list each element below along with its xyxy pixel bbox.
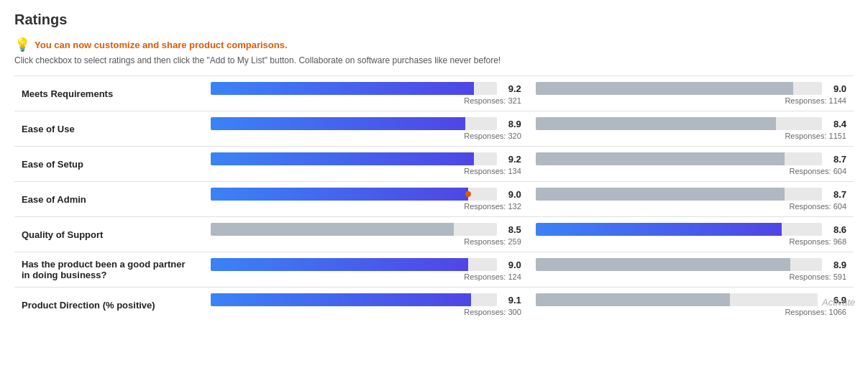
right-bar-cell: 9.0Responses: 1144 [529,76,854,111]
right-bar-cell: Activate6.9Responses: 1066 [529,288,854,323]
bar-wrapper: 9.0 [536,82,846,95]
right-bar-cell: 8.4Responses: 1151 [529,111,854,147]
table-row: Quality of Support8.5Responses: 2598.6Re… [14,217,854,252]
table-row: Product Direction (% positive)9.1Respons… [14,288,854,323]
row-label: Ease of Setup [14,147,204,182]
response-count: Responses: 300 [211,308,521,316]
bar-score: 8.7 [826,154,846,165]
left-bar-cell: 8.5Responses: 259 [204,217,529,252]
bar-wrapper: 8.4 [536,117,846,130]
banner-bold-text: You can now customize and share product … [35,40,288,50]
bar-score: 9.0 [826,83,846,94]
row-label: Product Direction (% positive) [14,288,204,323]
bar-wrapper: 9.1 [211,293,521,306]
bar-score: 8.6 [826,224,846,235]
row-label: Meets Requirements [14,76,204,111]
bar-container [536,152,822,165]
bar-container [536,293,818,306]
banner: 💡 You can now customize and share produc… [14,37,854,52]
bar-container [536,82,822,95]
response-count: Responses: 1144 [536,96,846,105]
bar-score: 9.1 [501,295,521,306]
dot-marker [465,191,471,197]
left-bar-cell: 9.2Responses: 321 [204,76,529,111]
bar-fill [211,152,474,165]
bar-wrapper: 8.9 [211,117,521,130]
activate-text[interactable]: Activate [822,297,855,308]
table-row: Ease of Setup9.2Responses: 1348.7Respons… [14,147,854,182]
bar-container [536,188,822,201]
bar-wrapper: 9.0 [211,258,521,271]
response-count: Responses: 124 [211,272,521,281]
bar-fill [536,293,731,306]
response-count: Responses: 134 [211,167,521,175]
bar-container [211,223,497,236]
table-row: Meets Requirements9.2Responses: 3219.0Re… [14,76,854,111]
table-row: Has the product been a good partner in d… [14,252,854,288]
bar-fill [211,117,465,130]
bar-fill [211,223,454,236]
right-bar-cell: 8.7Responses: 604 [529,147,854,182]
bar-container [211,82,497,95]
response-count: Responses: 259 [211,237,521,246]
page-container: Ratings 💡 You can now customize and shar… [0,0,868,334]
bar-fill [211,82,474,95]
ratings-table: Meets Requirements9.2Responses: 3219.0Re… [14,75,854,322]
bar-wrapper: 8.7 [536,188,846,201]
bar-container [211,188,497,201]
bar-container [536,258,822,271]
bar-container [536,117,822,130]
bar-score: 8.9 [501,119,521,129]
row-label: Ease of Use [14,111,204,147]
response-count: Responses: 1151 [536,132,846,140]
bar-fill [536,152,785,165]
response-count: Responses: 591 [536,272,846,281]
bar-container [536,223,822,236]
response-count: Responses: 320 [211,132,521,140]
lightbulb-icon: 💡 [14,37,30,52]
bar-fill [211,188,468,201]
table-row: Ease of Use8.9Responses: 3208.4Responses… [14,111,854,147]
bar-container [211,117,497,130]
left-bar-cell: 8.9Responses: 320 [204,111,529,147]
bar-score: 8.9 [826,260,846,270]
response-count: Responses: 604 [536,202,846,211]
bar-fill [536,82,793,95]
response-count: Responses: 1066 [536,308,846,316]
banner-sub-text: Click checkbox to select ratings and the… [14,55,854,65]
bar-score: 8.7 [826,189,846,200]
bar-score: 9.0 [501,189,521,200]
bar-fill [211,293,471,306]
bar-wrapper: 8.9 [536,258,846,271]
row-label: Has the product been a good partner in d… [14,252,204,288]
right-bar-cell: 8.7Responses: 604 [529,182,854,217]
bar-wrapper: 9.0 [211,188,521,201]
bar-fill [536,223,782,236]
bar-fill [536,117,777,130]
row-label: Quality of Support [14,217,204,252]
right-bar-cell: 8.9Responses: 591 [529,252,854,288]
bar-fill [536,188,785,201]
table-row: Ease of Admin9.0Responses: 1328.7Respons… [14,182,854,217]
row-label: Ease of Admin [14,182,204,217]
bar-wrapper: 8.7 [536,152,846,165]
bar-score: 9.0 [501,260,521,270]
bar-fill [211,258,468,271]
left-bar-cell: 9.0Responses: 132 [204,182,529,217]
bar-container [211,258,497,271]
bar-score: 8.5 [501,224,521,235]
left-bar-cell: 9.0Responses: 124 [204,252,529,288]
bar-wrapper: Activate6.9 [536,293,846,306]
right-bar-cell: 8.6Responses: 968 [529,217,854,252]
bar-container [211,152,497,165]
response-count: Responses: 604 [536,167,846,175]
page-title: Ratings [14,12,854,28]
response-count: Responses: 968 [536,237,846,246]
response-count: Responses: 132 [211,202,521,211]
left-bar-cell: 9.1Responses: 300 [204,288,529,323]
bar-wrapper: 8.5 [211,223,521,236]
response-count: Responses: 321 [211,96,521,105]
bar-wrapper: 9.2 [211,152,521,165]
bar-container [211,293,497,306]
bar-score: 9.2 [501,154,521,165]
